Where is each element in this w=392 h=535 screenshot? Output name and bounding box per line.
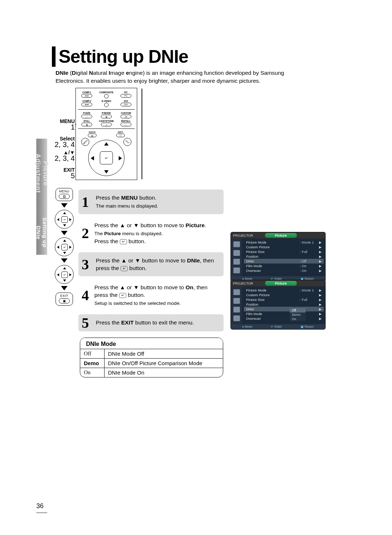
osd-icon xyxy=(233,307,240,313)
dpad-mini-icon: ↵ xyxy=(55,210,74,229)
remote-diagram: COMP.1●●● COMPOSITE PCPC COMP.2●●● S-VID… xyxy=(75,88,137,180)
osd-row: Film Mode: On▶ xyxy=(244,264,324,268)
vertical-separator xyxy=(142,89,142,179)
page-title: Setting up DNIe xyxy=(58,46,188,67)
instruction-step: 2Press the ▲ or ▼ button to move to Pict… xyxy=(78,218,224,249)
intro-text: DNIe (Digital Natural Image engine) is a… xyxy=(56,69,310,85)
step-icon-column: MENU ▥ ↵ ↵ ↵ EXIT ▣ xyxy=(54,188,75,306)
remote-btn-comp2: ●●● xyxy=(81,103,92,106)
step-text: Press the ▲ or ▼ button to move to DNIe,… xyxy=(92,252,224,276)
dpad-left-icon xyxy=(91,156,94,160)
table-row: OnDNIe Mode On xyxy=(80,368,223,377)
osd-tab-picture: Picture xyxy=(265,233,297,238)
remote-btn-exit: EXIT xyxy=(123,138,131,146)
remote-btn-custom: ⚙ xyxy=(121,115,131,118)
table-row: DemoDNIe On/Off Picture Comparison Mode xyxy=(80,359,223,368)
step-ref-menu: 1 xyxy=(49,124,75,130)
remote-btn-still: ▮ xyxy=(81,123,92,126)
table-row: OffDNIe Mode Off xyxy=(80,349,223,359)
arrow-down-icon xyxy=(61,203,68,208)
dnie-mode-title: DNIe Mode xyxy=(86,341,116,347)
step-number: 5 xyxy=(78,314,92,331)
remote-btn-dvi: DVI xyxy=(121,103,131,106)
remote-step-labels: MENU 1 Select 2, 3, 4 ▲/▼ 2, 3, 4 EXIT 5 xyxy=(49,118,75,184)
remote-dpad: MENU EXIT ↵ xyxy=(83,138,130,178)
osd-row: Overscan: On▶ xyxy=(244,268,324,273)
osd-sidebar xyxy=(231,238,242,276)
osd-menu-picture: PROJECTOR Picture Picture Mode: Movie 1▶… xyxy=(231,232,325,281)
osd-row: Position▶ xyxy=(244,254,324,259)
dpad-up-icon xyxy=(104,142,109,146)
remote-btn-info: ⓘ xyxy=(116,134,125,137)
osd-icon xyxy=(233,315,240,321)
dpad-mini-icon: ↵ xyxy=(55,237,74,256)
osd-footer: ♦ Move ↵ Enter ▣ Return xyxy=(231,324,325,329)
osd-icon xyxy=(233,241,240,247)
step-text: Press the MENU button.The main menu is d… xyxy=(92,189,224,214)
remote-btn-svideo xyxy=(104,103,109,107)
remote-btn-enter: ↵ xyxy=(100,151,113,164)
remote-btn-pmode: ◐ xyxy=(101,115,112,118)
dpad-mini-icon: ↵ xyxy=(55,265,74,284)
osd-option: Demo xyxy=(290,313,306,317)
page-number-underline xyxy=(36,512,47,513)
step-ref-updown: 2, 3, 4 xyxy=(49,155,75,161)
remote-btn-pc: PC xyxy=(121,94,131,98)
instruction-step: 3Press the ▲ or ▼ button to move to DNIe… xyxy=(78,252,224,276)
osd-icon xyxy=(233,250,240,256)
step-text: Press the EXIT button to exit the menu. xyxy=(92,314,224,331)
remote-btn-quick: ▥ xyxy=(88,134,97,137)
arrow-down-icon xyxy=(61,258,68,263)
osd-icon xyxy=(233,259,240,265)
osd-row: Film Mode:▶ xyxy=(244,311,324,316)
osd-row: DNIe:▶ xyxy=(244,307,324,311)
step-ref-exit: 5 xyxy=(49,173,75,179)
dnie-mode-table: DNIe Mode OffDNIe Mode OffDemoDNIe On/Of… xyxy=(80,338,223,377)
osd-row: Custom Picture▶ xyxy=(244,293,324,297)
section-tab: Picture Adjustment Setting up DNIe xyxy=(36,139,47,255)
osd-row: Picture Mode: Movie 1▶ xyxy=(244,288,324,293)
step-number: 4 xyxy=(78,280,92,311)
osd-row: Custom Picture▶ xyxy=(244,245,324,249)
osd-icon xyxy=(233,298,240,304)
osd-option: Off xyxy=(290,308,306,313)
osd-row: Picture Size: Full▶ xyxy=(244,249,324,254)
remote-btn-vkeystone: △ xyxy=(101,123,112,126)
manual-page: Picture Adjustment Setting up DNIe Setti… xyxy=(0,0,392,535)
instruction-step: 5Press the EXIT button to exit the menu. xyxy=(78,314,224,331)
step-number: 3 xyxy=(78,252,92,276)
exit-button-icon: EXIT ▣ xyxy=(56,293,73,306)
arrow-down-icon xyxy=(61,231,68,235)
osd-dnie-options: OffDemoOn xyxy=(290,308,306,321)
section-title: Picture Adjustment xyxy=(34,142,49,205)
osd-projector-label: PROJECTOR xyxy=(233,282,253,285)
osd-row: DNIe: Off▶ xyxy=(244,259,324,264)
page-number: 36 xyxy=(36,502,47,513)
arrow-down-icon xyxy=(61,286,68,290)
dpad-right-icon xyxy=(119,156,122,160)
osd-row: Picture Mode: Movie 1▶ xyxy=(244,240,324,245)
osd-icon xyxy=(233,289,240,295)
step-text: Press the ▲ or ▼ button to move to Pictu… xyxy=(92,218,224,249)
section-subtitle: Setting up DNIe xyxy=(36,211,48,255)
osd-icon xyxy=(233,268,240,273)
osd-sidebar xyxy=(231,286,242,324)
osd-option: On xyxy=(290,317,306,321)
osd-menu-picture-options: PROJECTOR Picture Picture Mode: Movie 1▶… xyxy=(231,280,325,329)
osd-row: Picture Size: Full▶ xyxy=(244,297,324,302)
page-title-wrap: Setting up DNIe xyxy=(52,46,188,67)
osd-tab-picture: Picture xyxy=(265,281,297,286)
instruction-steps: 1Press the MENU button.The main menu is … xyxy=(78,189,224,331)
step-number: 1 xyxy=(78,189,92,214)
step-number: 2 xyxy=(78,218,92,249)
title-accent-bar xyxy=(52,46,56,67)
osd-row: Overscan:▶ xyxy=(244,316,324,321)
step-ref-select: 2, 3, 4 xyxy=(49,142,75,147)
remote-btn-install: ⬚ xyxy=(121,123,131,126)
step-text: Press the ▲ or ▼ button to move to On, t… xyxy=(92,280,224,311)
remote-btn-composite xyxy=(104,94,109,98)
osd-row: Position▶ xyxy=(244,302,324,307)
osd-projector-label: PROJECTOR xyxy=(233,234,253,237)
remote-btn-psize: ⬚ xyxy=(81,115,92,118)
instruction-step: 1Press the MENU button.The main menu is … xyxy=(78,189,224,214)
